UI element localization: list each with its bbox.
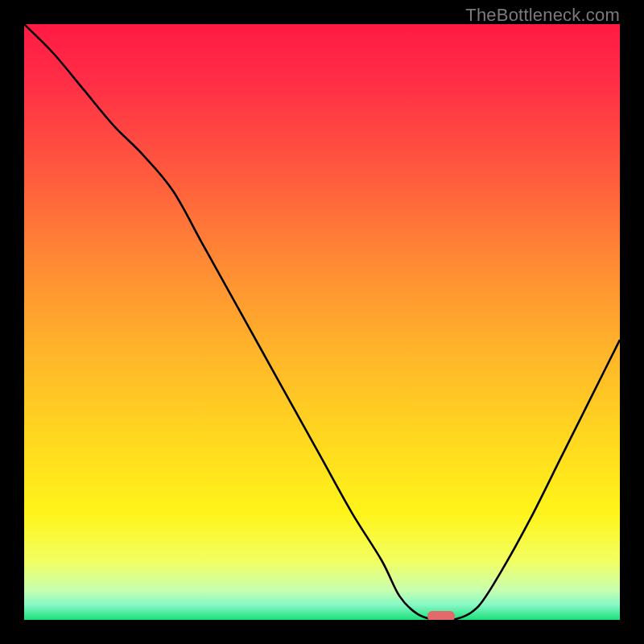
chart-frame <box>24 24 620 620</box>
gradient-background <box>24 24 620 620</box>
bottleneck-chart <box>24 24 620 620</box>
watermark-text: TheBottleneck.com <box>465 5 620 26</box>
optimum-marker <box>427 611 455 620</box>
